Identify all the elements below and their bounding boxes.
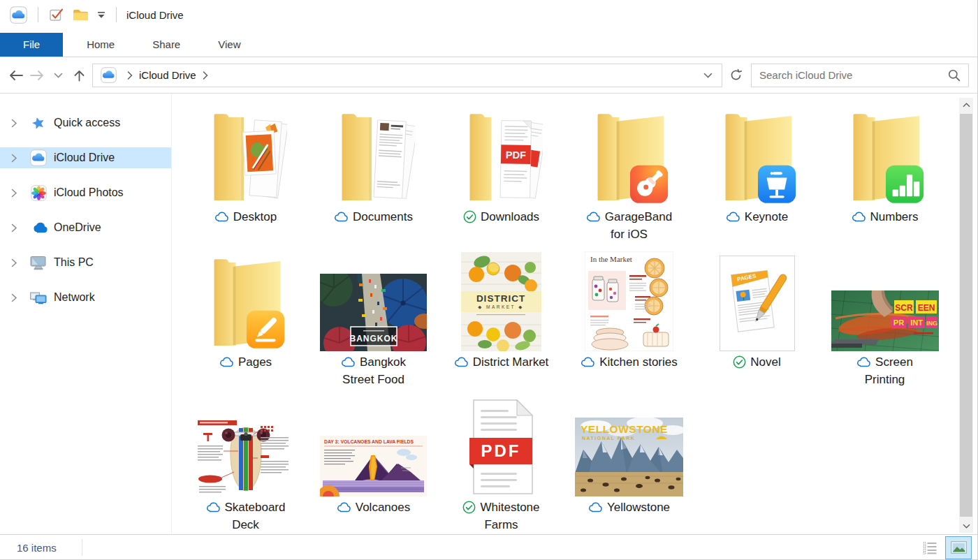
file-name-line: Yellowstone	[607, 499, 670, 516]
file-item-screen-printing[interactable]: SCREENPRINTINGScreenPrinting	[821, 250, 949, 395]
file-item-novel[interactable]: PAGESNovel	[693, 250, 821, 395]
file-explorer-window: iCloud Drive File Home Share View iClou	[0, 0, 978, 560]
recent-locations-chevron-icon[interactable]	[48, 65, 68, 86]
svg-text:YELLOWSTONE: YELLOWSTONE	[581, 423, 668, 435]
thumb-screen-printing: SCREENPRINTING	[831, 250, 939, 351]
cloud-status-icon	[214, 212, 229, 222]
sidebar-item-icloud-photos[interactable]: iCloud Photos	[0, 182, 171, 203]
expand-chevron-icon[interactable]	[11, 154, 19, 163]
address-bar[interactable]: iCloud Drive	[92, 64, 722, 87]
synced-check-icon	[463, 210, 476, 223]
new-folder-icon[interactable]	[73, 8, 89, 22]
thumb-kitchen: In the Market	[585, 250, 673, 351]
sidebar-item-icloud-drive[interactable]: iCloud Drive	[0, 147, 171, 168]
file-item-bangkok-street-food[interactable]: BANGKOKBangkokStreet Food	[309, 250, 437, 395]
scroll-up-icon[interactable]	[959, 98, 973, 112]
file-item-downloads[interactable]: PDFDownloads	[437, 105, 565, 250]
properties-check-icon[interactable]	[49, 7, 64, 22]
file-item-numbers[interactable]: Numbers	[821, 105, 949, 250]
network-icon	[29, 290, 48, 305]
file-item-skateboard-deck[interactable]: SkateboardDeck	[182, 395, 309, 540]
file-grid: DesktopDocumentsPDFDownloadsGarageBandfo…	[182, 105, 977, 540]
titlebar: iCloud Drive	[0, 0, 977, 29]
file-name-line: Pages	[238, 353, 272, 371]
file-item-whitestone-farms[interactable]: PDFWhitestoneFarms	[437, 395, 565, 540]
file-name-line: Kitchen stories	[599, 353, 678, 371]
synced-check-icon	[462, 501, 476, 514]
cloud-status-icon	[581, 357, 595, 367]
sidebar-item-network[interactable]: Network	[0, 287, 171, 308]
file-item-keynote[interactable]: Keynote	[693, 105, 821, 250]
file-item-volcanoes[interactable]: DAY 3: VOLCANOES AND LAVA FIELDSVolcanoe…	[309, 395, 437, 540]
file-item-yellowstone[interactable]: YELLOWSTONENATIONAL PARKYellowstone	[565, 395, 693, 540]
sidebar-item-this-pc[interactable]: This PC	[0, 252, 171, 273]
file-name-line: Keynote	[745, 208, 788, 226]
file-item-pages[interactable]: Pages	[182, 250, 309, 395]
search-icon[interactable]	[948, 69, 961, 82]
expand-chevron-icon[interactable]	[11, 293, 19, 302]
file-item-garageband-for-ios[interactable]: GarageBandfor iOS	[565, 105, 693, 250]
file-item-district-market[interactable]: DISTRICT◆ MARKET ◆District Market	[437, 250, 565, 395]
file-name-line: District Market	[473, 353, 549, 371]
svg-text:In the Market: In the Market	[590, 255, 632, 263]
thumb-district: DISTRICT◆ MARKET ◆	[461, 250, 541, 351]
thumb-volcanoes: DAY 3: VOLCANOES AND LAVA FIELDS	[320, 395, 427, 496]
expand-chevron-icon[interactable]	[11, 189, 19, 198]
breadcrumb[interactable]: iCloud Drive	[139, 69, 196, 81]
icloud-breadcrumb-icon[interactable]	[101, 67, 117, 83]
file-name-line: Numbers	[870, 208, 919, 226]
up-button[interactable]	[68, 65, 89, 86]
breadcrumb-chevron-icon[interactable]	[203, 71, 208, 80]
expand-chevron-icon[interactable]	[11, 119, 19, 128]
file-item-kitchen-stories[interactable]: In the MarketKitchen stories	[565, 250, 693, 395]
sidebar-item-quick-access[interactable]: Quick access	[0, 112, 171, 133]
tab-share[interactable]: Share	[133, 33, 199, 57]
tab-file[interactable]: File	[0, 33, 63, 57]
scrollbar-thumb[interactable]	[960, 114, 972, 517]
file-name-line: GarageBand	[605, 208, 672, 226]
file-item-label: Novel	[733, 353, 780, 371]
cloud-status-icon	[454, 357, 469, 367]
file-name-line: Volcanoes	[356, 499, 410, 516]
file-item-desktop[interactable]: Desktop	[182, 105, 309, 250]
file-name-line: Street Food	[341, 371, 406, 388]
search-placeholder: Search iCloud Drive	[759, 69, 948, 81]
svg-text:DISTRICT: DISTRICT	[476, 293, 525, 304]
cloud-status-icon	[337, 502, 351, 513]
folder-keynote	[716, 105, 798, 206]
refresh-button[interactable]	[725, 64, 746, 87]
svg-text:INT: INT	[910, 318, 923, 327]
expand-chevron-icon[interactable]	[11, 223, 19, 233]
icloud-icon	[29, 149, 48, 166]
svg-text:◆ MARKET ◆: ◆ MARKET ◆	[478, 304, 524, 309]
vertical-scrollbar[interactable]	[959, 98, 973, 533]
address-dropdown-chevron-icon[interactable]	[697, 73, 719, 78]
folder-desktop	[205, 105, 287, 206]
file-name-line: Skateboard	[225, 499, 286, 516]
tab-home[interactable]: Home	[68, 33, 133, 57]
cloud-status-icon	[852, 212, 866, 222]
scroll-down-icon[interactable]	[959, 519, 973, 533]
back-button[interactable]	[6, 65, 27, 86]
forward-button[interactable]	[27, 65, 48, 86]
tab-view[interactable]: View	[199, 33, 259, 57]
cloud-status-icon	[206, 502, 221, 513]
cloud-status-icon	[726, 212, 740, 222]
expand-chevron-icon[interactable]	[11, 258, 19, 267]
folder-numbers	[844, 105, 926, 206]
file-item-label: Keynote	[726, 208, 788, 226]
file-item-label: ScreenPrinting	[856, 353, 913, 388]
cloud-status-icon	[334, 212, 349, 222]
navigation-bar: iCloud Drive Search iCloud Drive	[0, 57, 977, 94]
search-input[interactable]: Search iCloud Drive	[751, 64, 969, 87]
folder-pages	[205, 250, 287, 351]
file-item-documents[interactable]: Documents	[309, 105, 437, 250]
sidebar-item-label: OneDrive	[54, 221, 101, 234]
file-item-label: BangkokStreet Food	[341, 353, 406, 388]
thumb-skateboard	[194, 395, 298, 496]
customize-toolbar-chevron-icon[interactable]	[97, 11, 105, 19]
sidebar-item-onedrive[interactable]: OneDrive	[0, 217, 171, 238]
cloud-status-icon	[219, 357, 234, 367]
sidebar: Quick accessiCloud DriveiCloud PhotosOne…	[0, 94, 172, 534]
breadcrumb-chevron-icon[interactable]	[127, 71, 133, 80]
